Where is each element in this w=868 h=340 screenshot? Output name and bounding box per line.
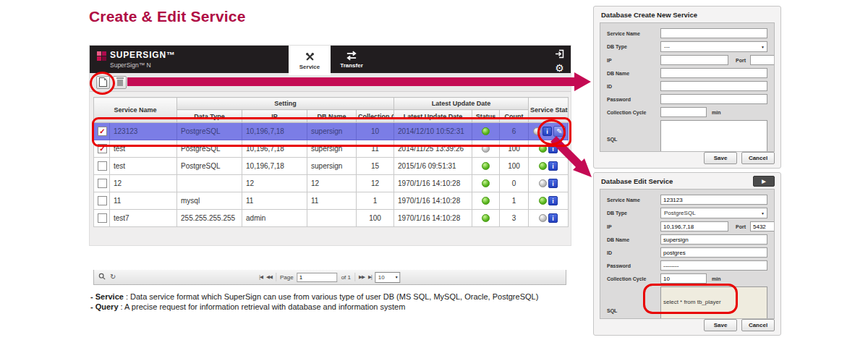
info-icon[interactable]: i — [548, 144, 558, 153]
db-create-panel-title: Database Create New Service — [594, 7, 780, 22]
table-row[interactable]: ✓123123PostgreSQL10,196,7,18supersign102… — [94, 123, 569, 140]
col-count[interactable]: Count — [500, 110, 529, 123]
cell-collection-cycle: 11 — [357, 140, 394, 158]
row-checkbox[interactable] — [98, 196, 107, 205]
cell-latest-update-date: 1970/1/16 14:10:28 — [394, 175, 472, 192]
table-row[interactable]: testPostgreSQL10,196,7,18supersign152015… — [94, 158, 569, 175]
db-type-select[interactable]: ---▼ — [660, 41, 767, 52]
cell-count: 100 — [500, 140, 529, 158]
col-ip[interactable]: IP — [242, 110, 307, 123]
db-type-select[interactable]: PostgreSQL▼ — [660, 208, 767, 218]
port-input[interactable] — [750, 55, 775, 65]
new-service-button[interactable] — [96, 76, 110, 89]
supersign-logo: SUPERSIGN™ SuperSign™ N — [97, 50, 176, 69]
cancel-button[interactable]: Cancel — [741, 152, 775, 164]
row-checkbox[interactable] — [98, 213, 107, 223]
cell-db-name: supersign — [307, 140, 357, 158]
table-row[interactable]: 121212121970/1/16 14:10:280i — [94, 175, 569, 192]
table-row[interactable]: ✓testPostgreSQL10,196,7,18supersign11201… — [94, 140, 569, 158]
col-service-status[interactable]: Service Status — [529, 98, 569, 123]
cancel-button[interactable]: Cancel — [741, 319, 775, 331]
service-status-dot-green — [539, 145, 547, 153]
service-name-input[interactable] — [660, 195, 767, 205]
table-row[interactable]: test7255.255.255.255admin1001970/1/16 14… — [94, 210, 569, 227]
logout-icon[interactable] — [555, 48, 564, 61]
pager-next-button[interactable]: ▶▶ — [359, 274, 365, 280]
col-data-type[interactable]: Data Type — [177, 110, 242, 123]
info-icon[interactable]: i — [548, 179, 558, 188]
collection-cycle-input[interactable] — [660, 107, 707, 117]
delete-service-button[interactable] — [113, 76, 127, 89]
cell-collection-cycle: 100 — [357, 210, 394, 227]
save-button[interactable]: Save — [704, 319, 737, 331]
password-label: Password — [607, 97, 660, 102]
col-latest-update-date[interactable]: Latest Update Date — [394, 110, 472, 123]
cell-count: 3 — [500, 210, 529, 227]
table-row[interactable]: 11mysql111111970/1/16 14:10:281i — [94, 192, 569, 210]
service-name-input[interactable] — [660, 28, 767, 38]
cell-latest-update-date: 1970/1/16 14:10:28 — [394, 210, 472, 227]
status-dot-green — [482, 127, 490, 135]
db-type-value: PostgreSQL — [664, 210, 696, 216]
cell-latest-update-date: 2014/12/10 10:52:31 — [394, 123, 472, 140]
row-checkbox[interactable] — [98, 179, 107, 188]
logo-squares-icon — [97, 51, 106, 61]
info-icon[interactable]: i — [548, 196, 558, 205]
search-icon[interactable] — [98, 273, 106, 281]
password-input[interactable] — [660, 260, 767, 271]
run-query-button[interactable]: ▶ — [753, 176, 775, 187]
cell-data-type: PostgreSQL — [177, 123, 242, 140]
cell-service-status: i✎ — [529, 123, 569, 140]
pager-prev-button[interactable]: ◀◀ — [266, 274, 272, 280]
tab-transfer[interactable]: Transfer — [331, 46, 373, 73]
page-number-input[interactable] — [297, 273, 338, 282]
cell-service-status: i — [529, 158, 569, 175]
cell-ip: 12 — [242, 175, 307, 192]
min-unit-label: min — [712, 276, 720, 281]
service-name-label: Service Name — [607, 197, 660, 203]
cell-checkbox — [94, 158, 110, 175]
sql-textarea[interactable] — [660, 120, 767, 152]
logo-subtext: SuperSign™ N — [110, 61, 176, 69]
row-checkbox[interactable] — [98, 161, 107, 171]
db-name-input[interactable] — [660, 68, 767, 78]
caret-down-icon: ▼ — [761, 45, 765, 49]
settings-gear-icon[interactable]: ⚙ — [555, 63, 564, 73]
pager-last-button[interactable]: ▶| — [368, 274, 372, 280]
col-collection-cycle[interactable]: Collection C — [357, 110, 394, 123]
col-service-name[interactable]: Service Name — [94, 98, 177, 123]
ip-input[interactable] — [660, 55, 728, 65]
pager-first-button[interactable]: |◀ — [259, 274, 263, 280]
cell-latest-update-date: 2014/11/25 13:39:26 — [394, 140, 472, 158]
info-icon[interactable]: i — [548, 161, 558, 171]
save-button[interactable]: Save — [704, 152, 737, 164]
info-icon[interactable]: i — [542, 127, 552, 136]
supersign-app-window: SUPERSIGN™ SuperSign™ N Service Transfer — [89, 45, 571, 246]
info-icon[interactable]: i — [548, 213, 558, 223]
col-group-setting: Setting — [177, 98, 394, 110]
row-checkbox[interactable]: ✓ — [98, 144, 107, 153]
row-checkbox[interactable]: ✓ — [98, 127, 107, 136]
edit-pencil-icon[interactable]: ✎ — [553, 126, 566, 137]
cell-data-type: mysql — [177, 192, 242, 210]
ip-input[interactable] — [660, 221, 728, 231]
db-name-input[interactable] — [660, 234, 767, 245]
status-dot-green — [482, 214, 490, 222]
tab-service[interactable]: Service — [289, 46, 331, 75]
password-input[interactable] — [660, 94, 767, 104]
main-tabs: Service Transfer — [289, 46, 373, 73]
port-input[interactable] — [750, 221, 775, 231]
db-edit-panel-title-text: Database Edit Service — [601, 177, 673, 185]
id-input[interactable] — [660, 247, 767, 258]
id-input[interactable] — [660, 81, 767, 91]
app-header: SUPERSIGN™ SuperSign™ N Service Transfer — [90, 46, 571, 73]
col-status[interactable]: Status — [472, 110, 500, 123]
cell-count: 0 — [500, 175, 529, 192]
service-table-body: ✓123123PostgreSQL10,196,7,18supersign102… — [94, 123, 569, 227]
sql-textarea[interactable]: select * from tb_player — [660, 286, 767, 319]
collection-cycle-input[interactable] — [660, 273, 707, 284]
page-size-select[interactable]: 10 ▼ — [375, 272, 401, 283]
col-db-name[interactable]: DB Name — [307, 110, 357, 123]
refresh-icon[interactable]: ↻ — [110, 273, 116, 281]
cell-checkbox — [94, 192, 110, 210]
